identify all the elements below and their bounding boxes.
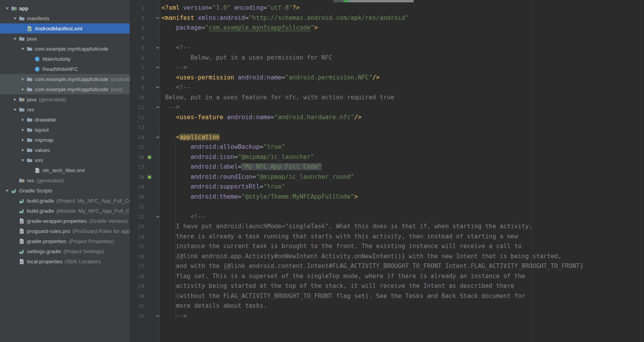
editor-line[interactable]: 23 I have put android:launchMode="single… bbox=[130, 222, 641, 232]
gutter-cell: 5 bbox=[130, 43, 160, 53]
fold-up-icon[interactable] bbox=[155, 65, 160, 70]
image-preview-icon[interactable] bbox=[146, 175, 153, 180]
tree-row[interactable]: settings.gradle(Project Settings) bbox=[0, 246, 130, 256]
expand-arrow-icon[interactable] bbox=[12, 17, 18, 20]
code-text bbox=[160, 33, 161, 43]
editor-line[interactable]: 3 package="com.example.mynfcappfullcode"… bbox=[130, 23, 641, 33]
expand-arrow-icon[interactable] bbox=[4, 189, 10, 192]
editor-line[interactable]: 22 <!-- bbox=[130, 212, 641, 222]
editor-line[interactable]: 32 --> bbox=[130, 311, 641, 321]
editor-line[interactable]: 28 flag set. This is a superset of the s… bbox=[130, 271, 641, 282]
tree-row[interactable]: </>nfc_tech_filter.xml bbox=[0, 165, 130, 175]
editor-line[interactable]: 9 <!-- bbox=[130, 83, 641, 93]
line-number: 18 bbox=[130, 172, 144, 182]
expand-arrow-icon[interactable] bbox=[19, 159, 26, 162]
tree-row[interactable]: proguard-rules.pro(ProGuard Rules for ap… bbox=[0, 226, 130, 236]
tree-row[interactable]: com.example.mynfcappfullcode bbox=[0, 44, 130, 54]
expand-arrow-icon[interactable] bbox=[19, 88, 26, 91]
line-number: 17 bbox=[130, 162, 144, 172]
tree-row[interactable]: app bbox=[0, 3, 130, 13]
tree-item-hint: (generated) bbox=[39, 97, 66, 102]
expand-arrow-icon[interactable] bbox=[19, 138, 26, 142]
editor-pane[interactable]: 1<?xml version="1.0" encoding="utf-8"?>2… bbox=[130, 0, 644, 342]
editor-line[interactable]: 24 there is already a task running that … bbox=[130, 232, 641, 242]
editor-line[interactable]: 1<?xml version="1.0" encoding="utf-8"?> bbox=[130, 3, 641, 13]
expand-arrow-icon[interactable] bbox=[12, 37, 18, 41]
gutter-cell: 23 bbox=[130, 222, 160, 232]
tree-row[interactable]: layout bbox=[0, 125, 130, 135]
editor-line[interactable]: 8 <uses-permission android:name="android… bbox=[130, 73, 641, 83]
editor-line[interactable]: 25 instance the current task is brought … bbox=[130, 242, 641, 252]
tree-row[interactable]: xml bbox=[0, 155, 130, 165]
tree-row[interactable]: java bbox=[0, 33, 130, 44]
gutter-cell: 6 bbox=[130, 53, 160, 63]
android-studio-window: appmanifestsAndroidManifest.xmljavacom.e… bbox=[0, 0, 644, 342]
tree-row[interactable]: gradle-wrapper.properties(Gradle Version… bbox=[0, 216, 130, 226]
tree-row[interactable]: build.gradle(Project: My_NFC_App_Full_Co… bbox=[0, 196, 130, 206]
expand-arrow-icon[interactable] bbox=[19, 78, 26, 81]
fold-up-icon[interactable] bbox=[155, 105, 160, 109]
tree-row[interactable]: CMainActivity bbox=[0, 54, 130, 64]
tree-row[interactable]: Gradle Scripts bbox=[0, 185, 130, 196]
editor-line[interactable]: 21 bbox=[130, 202, 641, 212]
editor-line[interactable]: 17 android:label="My NFC App Full Code" bbox=[130, 162, 641, 172]
tree-item-label: layout bbox=[35, 127, 49, 133]
tree-row[interactable]: com.example.mynfcappfullcode(test) bbox=[0, 84, 130, 94]
tree-row[interactable]: res bbox=[0, 104, 130, 115]
editor-line[interactable]: 20 android:theme="@style/Theme.MyNFCAppF… bbox=[130, 192, 641, 202]
expand-arrow-icon[interactable] bbox=[12, 98, 18, 101]
editor-line[interactable]: 30 (without the FLAG_ACTIVITY_BROUGHT_TO… bbox=[130, 291, 641, 301]
tree-row[interactable]: CReadWriteNFC bbox=[0, 64, 130, 74]
editor-scrollbar[interactable] bbox=[641, 0, 644, 342]
expand-arrow-icon[interactable] bbox=[4, 7, 10, 10]
editor-line[interactable]: 29 activity being started at the top of … bbox=[130, 281, 641, 291]
gen-folder-icon bbox=[18, 97, 25, 102]
gutter-cell: 27 bbox=[130, 261, 160, 271]
editor-line[interactable]: 12 <uses-feature android:name="android.h… bbox=[130, 113, 641, 123]
editor-line[interactable]: 2<manifest xmlns:android="http://schemas… bbox=[130, 13, 641, 23]
fold-down-icon[interactable] bbox=[155, 46, 160, 50]
tree-row[interactable]: mipmap bbox=[0, 135, 130, 145]
tree-row[interactable]: values bbox=[0, 145, 130, 155]
folder-icon bbox=[26, 117, 33, 123]
expand-arrow-icon[interactable] bbox=[12, 108, 18, 111]
fold-down-icon[interactable] bbox=[155, 215, 160, 219]
tree-row[interactable]: build.gradle(Module: My_NFC_App_Full_Cod… bbox=[0, 206, 130, 216]
editor-line[interactable]: 4 bbox=[130, 33, 641, 43]
fold-down-icon[interactable] bbox=[155, 85, 160, 90]
editor-line[interactable]: 13 bbox=[130, 122, 641, 132]
gutter-cell: 18 bbox=[130, 172, 160, 182]
expand-arrow-icon[interactable] bbox=[19, 118, 26, 122]
fold-up-icon[interactable] bbox=[155, 314, 160, 318]
editor-line[interactable]: 26 {@link android.app.Activity#onNewInte… bbox=[130, 252, 641, 262]
expand-arrow-icon[interactable] bbox=[19, 128, 26, 132]
editor-line[interactable]: 14 <application bbox=[130, 132, 641, 143]
expand-arrow-icon[interactable] bbox=[19, 47, 26, 51]
tree-row[interactable]: drawable bbox=[0, 115, 130, 125]
editor-tab-fragment[interactable] bbox=[333, 0, 414, 2]
tree-row[interactable]: com.example.mynfcappfullcode(androidTest… bbox=[0, 74, 130, 84]
tree-item-label: res bbox=[27, 178, 34, 183]
fold-down-icon[interactable] bbox=[155, 16, 160, 20]
tree-row[interactable]: manifests bbox=[0, 13, 130, 23]
editor-line[interactable]: 7 --> bbox=[130, 63, 641, 73]
editor-line[interactable]: 16 android:icon="@mipmap/ic_launcher" bbox=[130, 152, 641, 162]
tree-row[interactable]: java(generated) bbox=[0, 94, 130, 104]
editor-line[interactable]: 31 more details about tasks. bbox=[130, 301, 641, 311]
code-text: --> bbox=[160, 63, 187, 73]
editor-line[interactable]: 10 Below, put in a uses feature for nfc,… bbox=[130, 93, 641, 103]
editor-line[interactable]: 18 android:roundIcon="@mipmap/ic_launche… bbox=[130, 172, 641, 182]
editor-line[interactable]: 19 android:supportsRtl="true" bbox=[130, 182, 641, 192]
editor-line[interactable]: 27 and with the {@link android.content.I… bbox=[130, 261, 641, 271]
fold-down-icon[interactable] bbox=[155, 135, 160, 139]
editor-line[interactable]: 6 Below, put in a uses permission for NF… bbox=[130, 53, 641, 63]
tree-row[interactable]: res(generated) bbox=[0, 175, 130, 185]
tree-row[interactable]: AndroidManifest.xml bbox=[0, 23, 130, 33]
expand-arrow-icon[interactable] bbox=[19, 148, 26, 152]
editor-line[interactable]: 11 --> bbox=[130, 102, 641, 113]
tree-row[interactable]: gradle.properties(Project Properties) bbox=[0, 236, 130, 246]
image-preview-icon[interactable] bbox=[146, 155, 153, 160]
editor-line[interactable]: 5 <!-- bbox=[130, 43, 641, 53]
editor-line[interactable]: 15 android:allowBackup="true" bbox=[130, 142, 641, 152]
tree-row[interactable]: local.properties(SDK Location) bbox=[0, 256, 130, 266]
